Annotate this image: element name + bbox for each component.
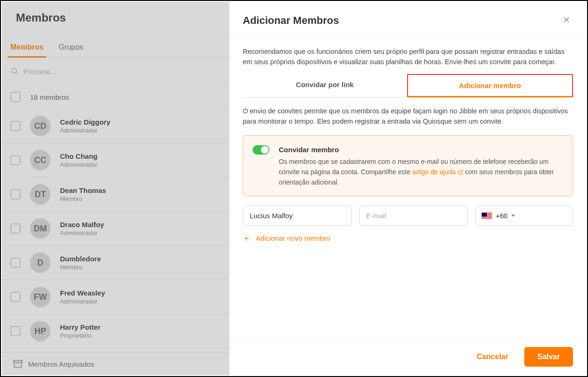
phone-code-label: +60	[496, 212, 507, 220]
add-members-modal: Adicionar Membros Recomendamos que os fu…	[229, 2, 586, 375]
external-link-icon	[458, 170, 463, 175]
help-article-link[interactable]: artigo de ajuda	[412, 167, 463, 177]
save-button[interactable]: Salvar	[524, 347, 573, 367]
invite-toggle[interactable]	[253, 145, 269, 155]
modal-title: Adicionar Membros	[243, 15, 339, 27]
tab-invite-link[interactable]: Convidar por link	[243, 74, 407, 97]
member-name-input[interactable]	[243, 206, 352, 226]
modal-intro-text: Recomendamos que os funcionários criem s…	[243, 46, 573, 67]
cancel-button[interactable]: Cancelar	[469, 347, 516, 367]
invite-member-card: Convidar membro Os membros que se cadast…	[243, 135, 573, 196]
phone-code-select[interactable]: +60	[476, 206, 573, 226]
invite-card-title: Convidar membro	[279, 144, 563, 155]
modal-desc-text: O envio de convites permite que os membr…	[243, 106, 573, 127]
chevron-down-icon	[511, 214, 515, 217]
svg-line-8	[460, 170, 463, 173]
invite-card-text: Os membros que se cadastrarem com o mesm…	[279, 157, 563, 187]
tab-add-member[interactable]: Adicionar membro	[407, 74, 573, 97]
member-email-input[interactable]	[359, 206, 469, 226]
flag-icon	[482, 213, 492, 219]
close-button[interactable]	[560, 13, 573, 28]
add-new-member-button[interactable]: Adicionar novo membro	[243, 234, 573, 242]
close-icon	[562, 15, 571, 24]
plus-icon	[243, 235, 250, 242]
help-link-text: artigo de ajuda	[412, 167, 456, 177]
add-new-label: Adicionar novo membro	[256, 234, 330, 242]
